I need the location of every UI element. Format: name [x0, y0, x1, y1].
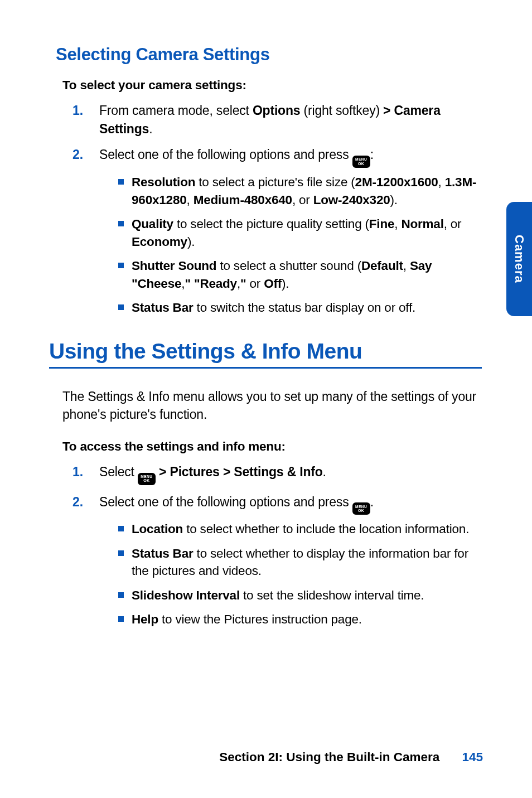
- page-footer: Section 2I: Using the Built-in Camera 14…: [0, 750, 483, 765]
- bullet-shutter-sound: Shutter Sound to select a shutter sound …: [118, 257, 482, 292]
- text: , or: [292, 193, 313, 207]
- label: Help: [132, 612, 158, 626]
- step-number: 1.: [72, 101, 99, 138]
- label: Resolution: [132, 175, 195, 189]
- step-body: Select MENUOK > Pictures > Settings & In…: [99, 463, 482, 485]
- step-number: 1.: [72, 463, 99, 485]
- value: Fine: [369, 217, 394, 231]
- text: .: [149, 122, 152, 136]
- text: ).: [187, 235, 195, 249]
- path-settings-info: > Pictures > Settings & Info: [156, 465, 323, 479]
- value: Off: [264, 277, 282, 291]
- lead-to-access-settings: To access the settings and info menu:: [62, 439, 482, 454]
- label: Location: [132, 522, 183, 536]
- icon-bottom: OK: [358, 162, 365, 166]
- value: Economy: [132, 235, 187, 249]
- bullet-quality: Quality to select the picture quality se…: [118, 215, 482, 250]
- bullet-status-bar: Status Bar to switch the status bar disp…: [118, 299, 482, 317]
- step-body: Select one of the following options and …: [99, 146, 482, 323]
- side-tab-camera: Camera: [506, 202, 532, 316]
- text: , or: [444, 217, 462, 231]
- bullet-resolution: Resolution to select a picture's file si…: [118, 173, 482, 209]
- menu-ok-icon: MENUOK: [138, 473, 156, 485]
- text: ).: [390, 193, 398, 207]
- text: Select one of the following options and …: [99, 147, 352, 162]
- step-body: Select one of the following options and …: [99, 493, 482, 635]
- intro-paragraph: The Settings & Info menu allows you to s…: [62, 388, 482, 424]
- bullet-slideshow-interval: Slideshow Interval to set the slideshow …: [118, 587, 482, 604]
- options-label: Options: [253, 103, 300, 118]
- steps-section1: 1. From camera mode, select Options (rig…: [72, 101, 482, 323]
- heading-using-settings-info: Using the Settings & Info Menu: [49, 339, 482, 369]
- manual-page: Camera Selecting Camera Settings To sele…: [0, 0, 532, 798]
- text: ,: [438, 175, 445, 189]
- footer-section: Section 2I: Using the Built-in Camera: [219, 750, 439, 764]
- value: Normal: [401, 217, 443, 231]
- text: ,: [403, 259, 410, 273]
- text: ,: [394, 217, 401, 231]
- step-body: From camera mode, select Options (right …: [99, 101, 482, 138]
- bullet-status-bar: Status Bar to select whether to display …: [118, 545, 482, 580]
- text: to set the slideshow interval time.: [240, 588, 424, 602]
- text: or: [246, 277, 264, 291]
- text: ,: [187, 193, 194, 207]
- icon-bottom: OK: [143, 478, 150, 482]
- side-tab-label: Camera: [512, 235, 526, 283]
- value: Default: [361, 259, 403, 273]
- step-1: 1. Select MENUOK > Pictures > Settings &…: [72, 463, 482, 485]
- label: Slideshow Interval: [132, 588, 240, 602]
- label: Shutter Sound: [132, 259, 216, 273]
- text: to view the Pictures instruction page.: [158, 612, 362, 626]
- step-2: 2. Select one of the following options a…: [72, 493, 482, 635]
- label: Status Bar: [132, 546, 194, 560]
- text: Select: [99, 465, 138, 479]
- step-number: 2.: [72, 146, 99, 323]
- text: Select one of the following options and …: [99, 495, 352, 509]
- lead-to-select-camera: To select your camera settings:: [62, 78, 482, 93]
- value: ": [240, 277, 246, 291]
- text: to switch the status bar display on or o…: [194, 301, 416, 315]
- text: From camera mode, select: [99, 103, 253, 118]
- step-2: 2. Select one of the following options a…: [72, 146, 482, 323]
- value: 2M-1200x1600: [355, 175, 438, 189]
- text: ).: [282, 277, 289, 291]
- bullet-help: Help to view the Pictures instruction pa…: [118, 611, 482, 628]
- bullet-list: Location to select whether to include th…: [118, 520, 482, 628]
- text: (right softkey): [300, 103, 383, 118]
- value: Medium-480x640: [194, 193, 292, 207]
- text: .: [323, 465, 326, 479]
- value: " "Ready: [185, 277, 237, 291]
- label: Quality: [132, 217, 173, 231]
- step-number: 2.: [72, 493, 99, 635]
- step-1: 1. From camera mode, select Options (rig…: [72, 101, 482, 138]
- text: .: [370, 495, 374, 509]
- bullet-list: Resolution to select a picture's file si…: [118, 173, 482, 317]
- text: :: [370, 147, 374, 162]
- bullet-location: Location to select whether to include th…: [118, 520, 482, 538]
- menu-ok-icon: MENUOK: [352, 156, 370, 168]
- menu-ok-icon: MENUOK: [352, 502, 370, 515]
- steps-section2: 1. Select MENUOK > Pictures > Settings &…: [72, 463, 482, 635]
- icon-bottom: OK: [358, 509, 365, 512]
- label: Status Bar: [132, 301, 194, 315]
- heading-selecting-camera-settings: Selecting Camera Settings: [56, 45, 482, 65]
- value: Low-240x320: [313, 193, 390, 207]
- text: to select the picture quality setting (: [173, 217, 369, 231]
- text: to select a picture's file size (: [195, 175, 355, 189]
- text: to select a shutter sound (: [216, 259, 361, 273]
- text: to select whether to include the locatio…: [183, 522, 469, 536]
- page-number: 145: [462, 750, 483, 765]
